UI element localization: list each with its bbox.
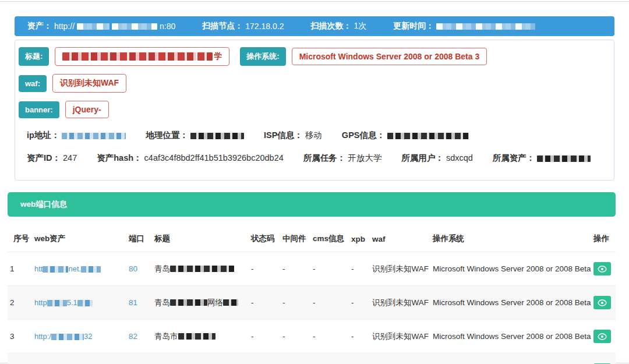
page-top-divider [0,1,629,2]
row-index: 1 [8,252,32,286]
scan-node-label: 扫描节点： [202,21,243,31]
user-value: sdxcqd [446,153,473,162]
os-value-box: Microsoft Windows Server 2008 or 2008 Be… [292,48,487,65]
title-row: 标题: 学 操作系统: Microsoft Windows Server 200… [19,47,608,66]
asset-id-label: 资产ID： [27,153,61,162]
view-button[interactable] [593,296,611,309]
status-code: - [249,252,280,286]
cms-info: - [310,354,349,364]
update-time-label: 更新时间： [393,21,434,31]
os-group: 操作系统: Microsoft Windows Server 2008 or 2… [240,47,487,66]
col-header-waf: waf [370,226,430,252]
ownership-info-line: 资产ID： 247 资产hash： c4af3c4f8bd2ff41b51b39… [27,153,608,164]
eye-icon [598,333,607,340]
os-value: Microsoft Windows Server 2008 or 2008 Be… [430,252,591,286]
col-header-middleware: 中间件 [280,226,310,252]
col-header-no: 序号 [8,226,32,252]
section-title: web端口信息 [20,199,67,210]
web-asset-link[interactable]: http:/32 [34,332,92,341]
user-item: 所属用户： sdxcqd [401,153,472,164]
waf-value: 识别到未知WAF [370,252,430,286]
web-asset-link[interactable]: http5.1 [34,298,93,307]
site-title: 青岛网络 [152,286,249,320]
asset-hash-label: 资产hash： [97,153,142,162]
isp-value: 移动 [305,130,322,140]
gps-redacted [387,133,469,139]
eye-icon [598,299,607,306]
ip-item: ip地址： [27,130,126,141]
url-redacted [77,300,93,306]
table-row: 4 http.3:85 85 访问被... - - - - 识别到未知WAF M… [8,354,616,364]
title-suffix: 学 [214,51,222,62]
view-button[interactable] [593,330,611,343]
middleware: - [280,354,310,364]
scan-count-item: 扫描次数： 1次 [310,21,366,31]
title-cell-redacted [223,299,238,306]
parent-asset-label: 所属资产： [493,153,535,162]
port-link[interactable]: 81 [129,298,137,307]
asset-url-item: 资产： http:// n:80 [27,21,175,31]
geo-item: 地理位置： [146,130,244,141]
xpb: - [349,286,370,320]
cms-info: - [310,286,349,320]
waf-value: 识别到未知WAF [370,286,430,320]
title-cell-redacted [170,266,234,272]
waf-tag: waf: [19,75,47,92]
row-index: 3 [8,320,32,354]
parent-asset-item: 所属资产： [493,153,591,164]
waf-value-box: 识别到未知WAF [52,74,126,93]
xpb: - [349,320,370,354]
port-link[interactable]: 82 [129,332,137,341]
web-ports-section-header: web端口信息 [8,192,616,217]
update-time-item: 更新时间： [393,21,535,31]
eye-icon [598,266,607,273]
asset-url-suffix: n:80 [160,22,175,31]
status-code: - [249,320,280,354]
task-item: 所属任务： 开放大学 [303,153,382,164]
waf-value: 识别到未知WAF [370,354,430,364]
parent-asset-redacted [537,156,591,162]
middleware: - [280,252,310,286]
port-link[interactable]: 80 [129,264,137,273]
waf-row: waf: 识别到未知WAF [19,74,608,93]
isp-item: ISP信息： 移动 [264,130,322,141]
cms-info: - [310,320,349,354]
web-asset-link[interactable]: httnet. [34,264,101,273]
col-header-port: 端口 [126,226,152,252]
cms-info: - [310,252,349,286]
asset-summary-bar: 资产： http:// n:80 扫描节点： 172.18.0.2 扫描次数： … [15,16,614,36]
geo-redacted [190,133,244,139]
title-cell-redacted [170,299,207,306]
url-redacted [81,266,101,273]
asset-label: 资产： [27,21,52,31]
title-tag: 标题: [19,47,49,66]
os-value: Microsoft Windows Server 2008 or 2008 Be… [430,320,591,354]
asset-url-prefix: http:// [54,22,75,31]
asset-detail-panel: 标题: 学 操作系统: Microsoft Windows Server 200… [15,40,614,181]
scan-node-value: 172.18.0.2 [245,22,284,31]
table-header-row: 序号 web资产 端口 标题 状态码 中间件 cms信息 xpb waf 操作系… [8,226,616,252]
status-code: - [249,354,280,364]
gps-label: GPS信息： [342,130,385,140]
row-index: 2 [8,286,32,320]
task-value: 开放大学 [348,153,381,162]
user-label: 所属用户： [401,153,444,162]
col-header-xpb: xpb [349,226,370,252]
view-button[interactable] [593,262,611,275]
table-row: 2 http5.1 81 青岛网络 - - - - 识别到未知WAF Micro… [8,286,616,320]
os-tag: 操作系统: [240,47,285,66]
title-redacted [197,52,213,61]
ip-label: ip地址： [27,130,59,140]
task-label: 所属任务： [303,153,346,162]
banner-value-box: jQuery- [65,101,109,118]
title-cell-redacted [178,333,215,340]
scan-count-value: 1次 [354,21,366,31]
col-header-os: 操作系统 [430,226,591,252]
ip-redacted [62,133,126,139]
status-code: - [249,286,280,320]
col-header-status-code: 状态码 [249,226,280,252]
update-time-redacted [436,23,535,30]
asset-id-item: 资产ID： 247 [27,153,77,164]
table-row: 1 httnet. 80 青岛 - - - - 识别到未知WAF Microso… [8,252,616,286]
col-header-title: 标题 [152,226,249,252]
